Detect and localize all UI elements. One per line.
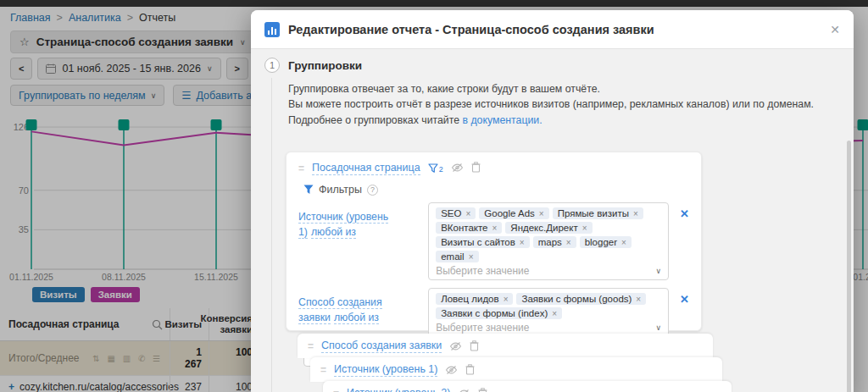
remove-filter-icon[interactable]: ✕: [680, 202, 689, 220]
remove-tag-icon[interactable]: ×: [636, 295, 641, 304]
filter-value-select[interactable]: SEO×Google Ads×Прямые визиты×ВКонтакте×Я…: [428, 202, 669, 280]
grouping-title-link[interactable]: Посадочная страница: [312, 162, 420, 175]
grouping-row[interactable]: =Источник (уровень 1): [310, 357, 722, 382]
trash-icon[interactable]: [465, 364, 475, 375]
trash-icon[interactable]: [471, 161, 481, 176]
filter-value-tag[interactable]: blogger×: [580, 236, 632, 248]
filter-operator-link[interactable]: любой из: [311, 226, 356, 239]
filter-value-tag[interactable]: email×: [436, 251, 478, 262]
app-window: Главная>Аналитика>Отчеты ☆ Страница-спос…: [0, 0, 868, 392]
filter-row: Источник (уровень 1)любой изSEO×Google A…: [298, 202, 689, 280]
modal-scrollbar[interactable]: [847, 141, 851, 392]
modal-title: Редактирование отчета - Страница-способ …: [288, 23, 821, 36]
remove-tag-icon[interactable]: ×: [539, 209, 544, 218]
modal-body: 1 Группировки Группировка отвечает за то…: [251, 49, 854, 392]
groupings-description: Группировка отвечает за то, какие строки…: [288, 81, 814, 128]
remove-tag-icon[interactable]: ×: [633, 209, 638, 218]
eye-off-icon[interactable]: [458, 389, 470, 392]
chevron-down-icon[interactable]: ∨: [656, 323, 662, 332]
remove-tag-icon[interactable]: ×: [492, 224, 498, 233]
funnel-filled-icon[interactable]: [303, 185, 314, 195]
trash-icon[interactable]: [470, 340, 479, 351]
remove-tag-icon[interactable]: ×: [566, 238, 571, 247]
filter-value-tag[interactable]: Ловец лидов×: [436, 293, 513, 305]
modal-header: Редактирование отчета - Страница-способ …: [251, 10, 854, 49]
drag-handle-icon[interactable]: =: [333, 388, 339, 392]
drag-handle-icon[interactable]: =: [298, 163, 304, 174]
report-document-icon: [264, 22, 280, 37]
filter-row: Способ создания заявкилюбой изЛовец лидо…: [298, 288, 689, 337]
filter-value-tag[interactable]: Google Ads×: [479, 207, 548, 219]
select-placeholder: Выберите значение: [436, 265, 529, 277]
filter-value-tag[interactable]: Заявки с формы (goods)×: [516, 293, 646, 305]
help-icon[interactable]: ?: [367, 185, 378, 196]
filter-value-tag[interactable]: maps×: [533, 236, 576, 248]
filter-value-tag[interactable]: Визиты с сайтов×: [436, 236, 530, 248]
remove-tag-icon[interactable]: ×: [465, 209, 470, 218]
filter-value-tag[interactable]: Прямые визиты×: [553, 207, 643, 219]
drag-handle-icon[interactable]: =: [308, 340, 314, 352]
eye-off-icon[interactable]: [449, 341, 462, 351]
filter-value-tag[interactable]: Заявки с формы (index)×: [436, 307, 562, 319]
eye-off-icon[interactable]: [445, 365, 458, 375]
grouping-card-landing-page: = Посадочная страница 2 Фильтры: [286, 152, 702, 331]
remove-tag-icon[interactable]: ×: [520, 238, 525, 247]
documentation-link[interactable]: в документации.: [462, 114, 542, 126]
grouping-title-link[interactable]: Способ создания заявки: [321, 340, 442, 353]
step-guide-line: [271, 78, 272, 392]
close-icon[interactable]: ✕: [830, 23, 840, 36]
filter-value-tag[interactable]: Яндекс.Директ×: [505, 222, 592, 234]
chevron-down-icon[interactable]: ∨: [656, 267, 662, 275]
remove-tag-icon[interactable]: ×: [621, 238, 626, 247]
step-title: Группировки: [288, 59, 362, 72]
grouping-title-link[interactable]: Источник (уровень 2): [347, 387, 450, 392]
select-placeholder: Выберите значение: [436, 322, 529, 334]
step-number-badge: 1: [264, 58, 280, 73]
filter-value-select[interactable]: Ловец лидов×Заявки с формы (goods)×Заявк…: [428, 288, 669, 337]
edit-report-modal: Редактирование отчета - Страница-способ …: [251, 10, 854, 392]
filter-count-icon[interactable]: 2: [428, 163, 443, 174]
remove-filter-icon[interactable]: ✕: [680, 288, 689, 306]
drag-handle-icon[interactable]: =: [320, 364, 326, 376]
funnel-icon: [428, 163, 438, 174]
eye-off-icon[interactable]: [451, 161, 464, 176]
grouping-row[interactable]: =Источник (уровень 2): [323, 381, 732, 392]
remove-tag-icon[interactable]: ×: [552, 309, 557, 318]
grouping-title-link[interactable]: Источник (уровень 1): [334, 363, 437, 377]
trash-icon[interactable]: [478, 388, 487, 392]
filter-operator-link[interactable]: любой из: [334, 312, 379, 324]
grouping-row[interactable]: =Способ создания заявки: [298, 334, 713, 358]
filter-value-tag[interactable]: SEO×: [436, 207, 476, 219]
remove-tag-icon[interactable]: ×: [469, 252, 474, 262]
remove-tag-icon[interactable]: ×: [582, 224, 587, 233]
filter-value-tag[interactable]: ВКонтакте×: [436, 222, 502, 234]
filters-title: Фильтры: [319, 184, 362, 196]
remove-tag-icon[interactable]: ×: [504, 295, 509, 304]
